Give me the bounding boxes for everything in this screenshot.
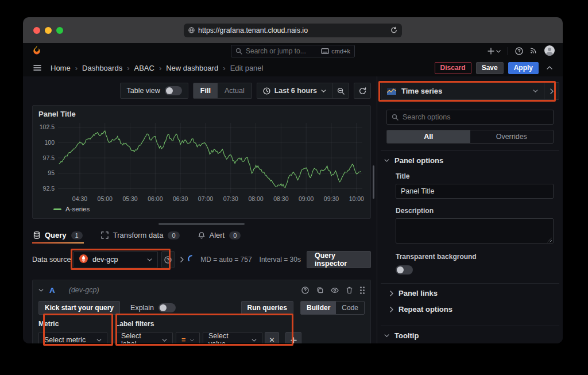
svg-text:09:30: 09:30 [324, 195, 339, 202]
scrollbar-thumb[interactable] [373, 165, 374, 199]
breadcrumb-folder[interactable]: ABAC [122, 64, 154, 72]
panel-resize-handle[interactable] [158, 223, 245, 225]
save-button[interactable]: Save [476, 62, 504, 74]
panel-links-header[interactable]: Panel links [381, 284, 559, 303]
panel-options-header[interactable]: Panel options [381, 151, 559, 170]
datasource-picker[interactable]: dev-gcp [74, 251, 158, 268]
tab-query[interactable]: Query 1 [32, 231, 84, 243]
breadcrumb-dashboard[interactable]: New dashboard [154, 64, 218, 72]
svg-text:95: 95 [48, 169, 55, 176]
header-actions [488, 45, 555, 57]
tab-transform-data[interactable]: Transform data 0 [100, 231, 181, 243]
chevron-down-icon [162, 339, 167, 342]
options-search[interactable] [386, 110, 554, 125]
title-field-label: Title [396, 172, 554, 180]
metric-select[interactable]: Select metric [38, 332, 107, 343]
duplicate-query-icon[interactable] [316, 287, 323, 293]
transparent-bg-toggle[interactable] [396, 265, 413, 275]
kick-start-button[interactable]: Kick start your query [38, 301, 120, 315]
grafana-header: cmd+k [23, 43, 563, 59]
breadcrumb: Home Dashboards ABAC New dashboard Edit … [51, 64, 263, 72]
main-scrollbar[interactable] [371, 76, 377, 343]
tab-alert[interactable]: Alert 0 [197, 231, 242, 243]
explain-toggle[interactable] [158, 303, 176, 312]
breadcrumb-home[interactable]: Home [51, 64, 71, 72]
apply-button[interactable]: Apply [508, 62, 539, 74]
explain-label: Explain [130, 304, 154, 312]
title-input[interactable] [396, 184, 554, 199]
chevron-right-icon [550, 88, 554, 94]
breadcrumb-dashboards[interactable]: Dashboards [71, 64, 122, 72]
visualization-select[interactable]: Time series [381, 83, 544, 99]
query-help-icon[interactable] [301, 287, 309, 294]
news-rss-icon[interactable] [530, 47, 537, 56]
svg-text:05:00: 05:00 [98, 195, 113, 202]
svg-text:92.5: 92.5 [43, 185, 55, 192]
description-field-label: Description [396, 207, 554, 215]
operator-select[interactable]: = [176, 332, 200, 343]
svg-text:10:00: 10:00 [349, 195, 364, 202]
time-range-button[interactable]: Last 6 hours [257, 83, 332, 98]
label-select[interactable]: Select label [115, 332, 173, 343]
query-ref-id[interactable]: A [49, 286, 55, 295]
help-icon[interactable] [515, 47, 523, 55]
svg-text:06:30: 06:30 [173, 195, 188, 202]
interval-text: Interval = 30s [260, 256, 301, 264]
panel-options-body: Title Description Transparent background [381, 170, 559, 276]
add-filter-button[interactable] [285, 332, 301, 343]
chart-legend[interactable]: A-series [38, 206, 365, 212]
tab-transform-label: Transform data [113, 231, 164, 239]
grafana-logo[interactable] [31, 45, 42, 57]
value-select[interactable]: Select value [203, 332, 262, 343]
builder-code-group: Builder Code [300, 301, 365, 315]
chevron-right-icon [390, 291, 393, 296]
query-datasource-hint: (dev-gcp) [69, 286, 99, 294]
svg-text:04:30: 04:30 [72, 195, 87, 202]
time-series-panel[interactable]: Panel Title 92.59597.5100102.504:3005:00… [32, 105, 371, 219]
run-queries-button[interactable]: Run queries [241, 301, 293, 315]
actual-button[interactable]: Actual [218, 83, 252, 98]
maximize-window-button[interactable] [56, 27, 63, 34]
label-filter-row: Select label = Select value [115, 332, 301, 343]
reload-icon[interactable] [390, 26, 397, 34]
repeat-options-header[interactable]: Repeat options [381, 303, 559, 319]
browser-chrome: https://grafana.tenant.cloud.nais.io [23, 17, 563, 43]
minimize-window-button[interactable] [45, 27, 52, 34]
chevron-down-icon [190, 339, 194, 342]
tab-overrides[interactable]: Overrides [470, 130, 554, 143]
toggle-visibility-icon[interactable] [331, 287, 339, 293]
avatar[interactable] [544, 45, 555, 57]
tab-all[interactable]: All [387, 130, 470, 143]
prometheus-icon [79, 254, 88, 265]
zoom-out-button[interactable] [332, 83, 349, 98]
global-search[interactable]: cmd+k [231, 45, 355, 57]
drag-handle[interactable] [360, 287, 365, 294]
address-bar[interactable]: https://grafana.tenant.cloud.nais.io [184, 24, 402, 37]
bell-icon [198, 231, 205, 239]
refresh-button[interactable] [354, 83, 371, 99]
fill-button[interactable]: Fill [194, 83, 218, 98]
global-search-input[interactable] [246, 47, 318, 55]
datasource-help-button[interactable] [161, 251, 175, 268]
menu-icon[interactable] [33, 64, 41, 71]
description-textarea[interactable] [396, 218, 554, 243]
table-view-toggle[interactable] [165, 86, 182, 95]
svg-text:08:00: 08:00 [248, 195, 263, 202]
query-options-chevron[interactable] [180, 257, 184, 262]
add-menu-button[interactable] [488, 48, 501, 55]
viz-suggestions-button[interactable] [544, 83, 559, 99]
discard-button[interactable]: Discard [435, 62, 471, 74]
panel-toolbar: Table view Fill Actual Last 6 hours [32, 82, 371, 99]
label-filters-section: Label filters Select label = S [115, 320, 301, 343]
collapse-chevron-icon[interactable] [38, 289, 44, 292]
options-search-input[interactable] [403, 113, 548, 121]
close-window-button[interactable] [33, 27, 40, 34]
delete-query-icon[interactable] [346, 287, 353, 293]
remove-filter-button[interactable]: ✕ [265, 332, 279, 343]
tooltip-header[interactable]: Tooltip [381, 326, 559, 343]
table-view-control: Table view [120, 83, 188, 99]
code-button[interactable]: Code [336, 301, 364, 314]
query-inspector-button[interactable]: Query inspector [307, 251, 371, 268]
chevron-up-icon[interactable] [547, 66, 552, 69]
builder-button[interactable]: Builder [301, 301, 336, 314]
